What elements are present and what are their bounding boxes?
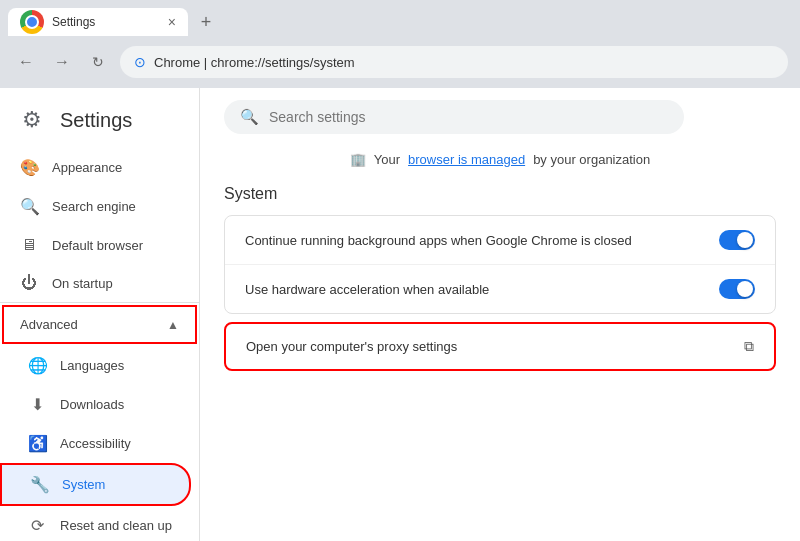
reload-button[interactable]: ↻	[84, 48, 112, 76]
sidebar-item-on-startup[interactable]: ⏻ On startup	[0, 264, 199, 302]
settings-card: Continue running background apps when Go…	[224, 215, 776, 314]
sidebar-item-appearance[interactable]: 🎨 Appearance	[0, 148, 199, 187]
tab-close-button[interactable]: ×	[168, 14, 176, 30]
sidebar-item-downloads-label: Downloads	[60, 397, 124, 412]
managed-notice: 🏢 Your browser is managed by your organi…	[200, 146, 800, 177]
advanced-chevron-icon: ▲	[167, 318, 179, 332]
sidebar-item-search-engine-label: Search engine	[52, 199, 136, 214]
settings-tab[interactable]: Settings ×	[8, 8, 188, 36]
sidebar-item-reset[interactable]: ⟳ Reset and clean up	[0, 506, 199, 541]
external-link-icon[interactable]: ⧉	[744, 338, 754, 355]
tab-bar: Settings × +	[0, 0, 800, 36]
accessibility-icon: ♿	[28, 434, 46, 453]
sidebar-item-appearance-label: Appearance	[52, 160, 122, 175]
sidebar-item-accessibility-label: Accessibility	[60, 436, 131, 451]
back-button[interactable]: ←	[12, 48, 40, 76]
downloads-icon: ⬇	[28, 395, 46, 414]
forward-button[interactable]: →	[48, 48, 76, 76]
hardware-acceleration-row: Use hardware acceleration when available	[225, 265, 775, 313]
managed-text-after: by your organization	[533, 152, 650, 167]
default-browser-icon: 🖥	[20, 236, 38, 254]
sidebar-item-system[interactable]: 🔧 System	[0, 463, 191, 506]
new-tab-button[interactable]: +	[192, 8, 220, 36]
hardware-acceleration-label: Use hardware acceleration when available	[245, 282, 719, 297]
search-input[interactable]	[269, 109, 668, 125]
url-icon: ⊙	[134, 54, 146, 70]
sidebar-item-reset-label: Reset and clean up	[60, 518, 172, 533]
settings-heading: Settings	[60, 109, 132, 132]
section-title: System	[200, 177, 800, 215]
sidebar-item-system-label: System	[62, 477, 105, 492]
advanced-section: Advanced ▲ 🌐 Languages ⬇ Downloads ♿ Acc…	[0, 302, 199, 541]
sidebar-item-downloads[interactable]: ⬇ Downloads	[0, 385, 199, 424]
settings-logo: ⚙	[16, 104, 48, 136]
appearance-icon: 🎨	[20, 158, 38, 177]
hardware-acceleration-toggle[interactable]	[719, 279, 755, 299]
background-apps-row: Continue running background apps when Go…	[225, 216, 775, 265]
sidebar-item-default-browser[interactable]: 🖥 Default browser	[0, 226, 199, 264]
system-icon: 🔧	[30, 475, 48, 494]
on-startup-icon: ⏻	[20, 274, 38, 292]
sidebar: ⚙ Settings 🎨 Appearance 🔍 Search engine …	[0, 88, 200, 541]
toggle-knob	[737, 232, 753, 248]
sidebar-item-languages[interactable]: 🌐 Languages	[0, 346, 199, 385]
url-text: Chrome | chrome://settings/system	[154, 55, 355, 70]
address-bar: ← → ↻ ⊙ Chrome | chrome://settings/syste…	[0, 36, 800, 88]
proxy-card: Open your computer's proxy settings ⧉	[224, 322, 776, 371]
sidebar-item-on-startup-label: On startup	[52, 276, 113, 291]
background-apps-toggle[interactable]	[719, 230, 755, 250]
advanced-label: Advanced	[20, 317, 167, 332]
proxy-row[interactable]: Open your computer's proxy settings ⧉	[226, 324, 774, 369]
toggle-knob-2	[737, 281, 753, 297]
settings-container: ⚙ Settings 🎨 Appearance 🔍 Search engine …	[0, 88, 800, 541]
search-bar[interactable]: 🔍	[224, 100, 684, 134]
background-apps-label: Continue running background apps when Go…	[245, 233, 719, 248]
sidebar-item-search-engine[interactable]: 🔍 Search engine	[0, 187, 199, 226]
search-icon: 🔍	[240, 108, 259, 126]
gear-icon: ⚙	[22, 107, 42, 133]
sidebar-item-accessibility[interactable]: ♿ Accessibility	[0, 424, 199, 463]
languages-icon: 🌐	[28, 356, 46, 375]
tab-title: Settings	[52, 15, 95, 29]
url-bar[interactable]: ⊙ Chrome | chrome://settings/system	[120, 46, 788, 78]
managed-text-before: Your	[374, 152, 400, 167]
advanced-header[interactable]: Advanced ▲	[2, 305, 197, 344]
browser-chrome: Settings × + ← → ↻ ⊙ Chrome | chrome://s…	[0, 0, 800, 88]
tab-favicon	[20, 10, 44, 34]
settings-title-area: ⚙ Settings	[0, 88, 199, 148]
search-bar-wrapper: 🔍	[200, 88, 800, 146]
managed-building-icon: 🏢	[350, 152, 366, 167]
proxy-label: Open your computer's proxy settings	[246, 339, 744, 354]
sidebar-item-languages-label: Languages	[60, 358, 124, 373]
search-engine-icon: 🔍	[20, 197, 38, 216]
main-content: 🔍 🏢 Your browser is managed by your orga…	[200, 88, 800, 541]
managed-link[interactable]: browser is managed	[408, 152, 525, 167]
sidebar-item-default-browser-label: Default browser	[52, 238, 143, 253]
reset-icon: ⟳	[28, 516, 46, 535]
